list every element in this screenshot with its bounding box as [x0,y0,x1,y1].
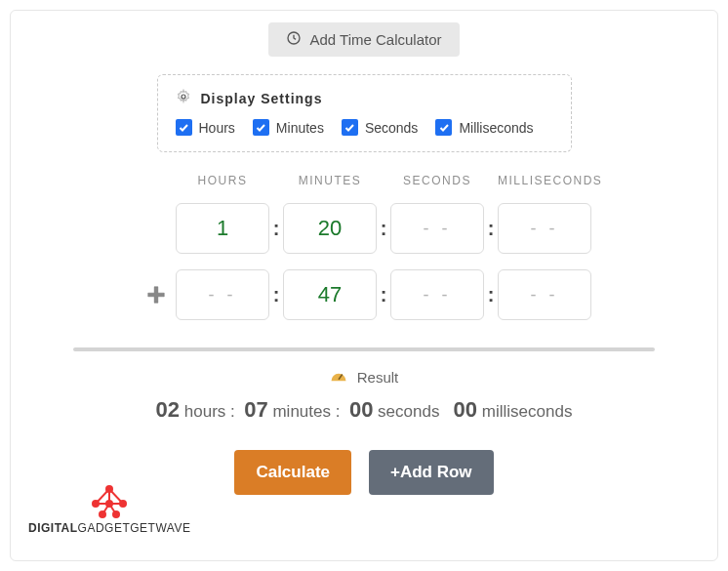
row2-ms-input[interactable]: - - [498,269,591,320]
result-hours-value: 02 [156,397,180,422]
result-minutes-value: 07 [244,397,267,422]
network-icon [86,482,133,519]
time-rows-grid: HOURS MINUTES SECONDS MILLISECONDS 1 : 2… [34,174,694,320]
colon-separator: : [377,284,390,306]
result-ms-unit: milliseconds [482,402,573,421]
column-header-minutes: MINUTES [283,174,377,187]
check-icon [176,119,192,136]
checkbox-hours[interactable]: Hours [176,119,235,136]
result-label: Result [357,369,399,386]
result-header: Result [34,369,694,386]
checkbox-seconds[interactable]: Seconds [342,119,418,136]
dashboard-icon [330,369,347,386]
row1-hours-input[interactable]: 1 [176,203,269,254]
add-time-calculator-button[interactable]: Add Time Calculator [268,22,459,57]
colon-separator: : [377,218,390,240]
colon-separator: : [484,218,498,240]
calculator-card: Add Time Calculator Display Settings Hou… [10,10,718,561]
colon-separator: : [484,284,498,306]
gear-icon [176,89,191,107]
result-hours-unit: hours [184,402,226,421]
column-header-ms: MILLISECONDS [498,174,591,187]
display-settings-panel: Display Settings Hours Minutes Seconds M… [157,74,572,152]
divider [73,347,655,351]
result-line: 02 hours : 07 minutes : 00 seconds 00 mi… [34,397,694,423]
checkbox-hours-label: Hours [199,120,235,136]
calculate-button[interactable]: Calculate [234,450,351,495]
brand-text: DIGITALGADGETGETWAVE [28,521,190,535]
plus-icon [137,284,176,306]
colon-separator: : [269,218,283,240]
clock-icon [286,30,302,49]
column-header-hours: HOURS [176,174,269,187]
svg-point-1 [182,95,185,99]
row2-seconds-input[interactable]: - - [390,269,484,320]
add-row-button[interactable]: +Add Row [369,450,494,495]
row1-seconds-input[interactable]: - - [390,203,484,254]
row1-minutes-input[interactable]: 20 [283,203,377,254]
row2-minutes-input[interactable]: 47 [283,269,377,320]
brand-logo: DIGITALGADGETGETWAVE [28,482,190,535]
result-seconds-value: 00 [349,397,373,422]
column-header-seconds: SECONDS [390,174,484,187]
checkbox-minutes[interactable]: Minutes [253,119,324,136]
result-seconds-unit: seconds [378,402,439,421]
display-settings-title: Display Settings [201,91,323,106]
row2-hours-input[interactable]: - - [176,269,269,320]
check-icon [342,119,358,136]
checkbox-milliseconds[interactable]: Milliseconds [435,119,533,136]
result-ms-value: 00 [454,397,477,422]
check-icon [253,119,269,136]
row1-ms-input[interactable]: - - [498,203,591,254]
check-icon [435,119,452,136]
result-minutes-unit: minutes [272,402,331,421]
checkbox-ms-label: Milliseconds [459,120,533,136]
add-time-calculator-label: Add Time Calculator [309,31,441,48]
checkbox-seconds-label: Seconds [365,120,418,136]
checkbox-minutes-label: Minutes [276,120,324,136]
colon-separator: : [269,284,283,306]
